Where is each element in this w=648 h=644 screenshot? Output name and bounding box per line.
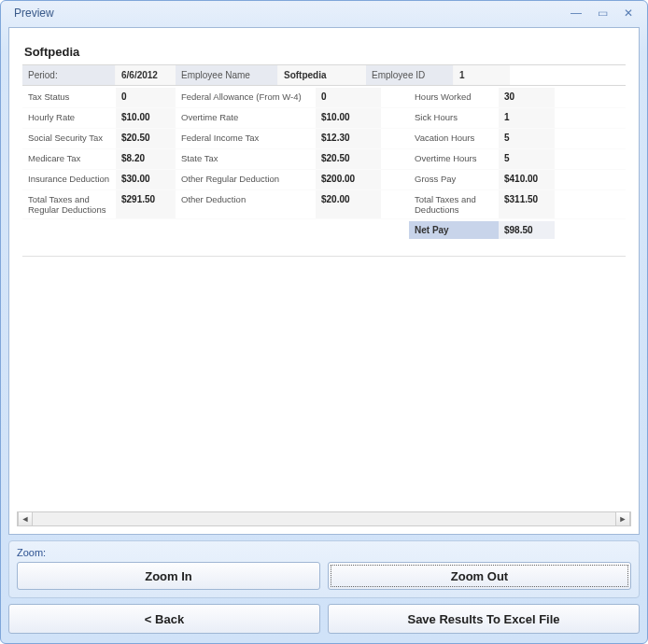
document-viewport[interactable]: Softpedia Period: 6/6/2012 Employee Name… xyxy=(17,35,631,510)
back-button[interactable]: < Back xyxy=(8,604,320,634)
zoom-group: Zoom: Zoom In Zoom Out xyxy=(8,540,640,598)
save-excel-button[interactable]: Save Results To Excel File xyxy=(328,604,640,634)
net-pay-row: Net Pay $98.50 xyxy=(22,221,626,239)
preview-window: Preview — ▭ ✕ Softpedia Period: 6/6/2012… xyxy=(0,0,648,644)
cell-value: $12.30 xyxy=(316,129,381,148)
scroll-left-icon[interactable]: ◄ xyxy=(18,512,33,525)
payroll-table: Tax Status0Federal Allowance (From W-4)0… xyxy=(22,88,626,219)
table-row: Insurance Deduction$30.00Other Regular D… xyxy=(22,170,626,190)
cell-value: 5 xyxy=(499,149,555,169)
cell-value: $20.00 xyxy=(316,190,381,218)
cell-label: Insurance Deduction xyxy=(22,170,116,189)
cell-value: $20.50 xyxy=(316,149,381,169)
cell-value: 30 xyxy=(499,88,555,107)
header-row: Period: 6/6/2012 Employee Name Softpedia… xyxy=(22,64,626,86)
employee-id-label: Employee ID xyxy=(366,65,454,85)
window-title: Preview xyxy=(14,7,561,20)
cell-label: Hourly Rate xyxy=(22,108,116,128)
cell-label: Total Taxes and Regular Deductions xyxy=(22,190,116,218)
cell-label: Social Security Tax xyxy=(22,129,116,148)
cell-label: Federal Income Tax xyxy=(176,129,316,148)
cell-value: $410.00 xyxy=(499,170,555,189)
cell-label: Medicare Tax xyxy=(22,149,116,169)
close-button[interactable]: ✕ xyxy=(617,6,640,21)
client-area: Softpedia Period: 6/6/2012 Employee Name… xyxy=(8,27,640,636)
net-pay-label: Net Pay xyxy=(409,221,499,239)
zoom-legend: Zoom: xyxy=(17,547,631,558)
employee-name-label: Employee Name xyxy=(176,65,278,85)
cell-label: Other Regular Deduction xyxy=(176,170,316,189)
horizontal-scrollbar[interactable]: ◄ ► xyxy=(17,511,631,526)
cell-value: 0 xyxy=(316,88,381,107)
zoom-in-button[interactable]: Zoom In xyxy=(17,562,320,590)
table-row: Total Taxes and Regular Deductions$291.5… xyxy=(22,190,626,219)
cell-value: $311.50 xyxy=(499,190,555,218)
minimize-button[interactable]: — xyxy=(565,6,587,21)
cell-value: $20.50 xyxy=(116,129,176,148)
table-row: Tax Status0Federal Allowance (From W-4)0… xyxy=(22,88,626,108)
period-value: 6/6/2012 xyxy=(116,65,176,85)
table-row: Social Security Tax$20.50Federal Income … xyxy=(22,129,626,149)
cell-value: 1 xyxy=(499,108,555,128)
titlebar: Preview — ▭ ✕ xyxy=(1,1,647,25)
cell-label: Tax Status xyxy=(22,88,116,107)
cell-value: $8.20 xyxy=(116,149,176,169)
cell-label: Overtime Hours xyxy=(409,149,499,169)
net-pay-value: $98.50 xyxy=(499,221,555,239)
divider xyxy=(22,256,626,257)
cell-label: Gross Pay xyxy=(409,170,499,189)
cell-label: Total Taxes and Deductions xyxy=(409,190,499,218)
cell-value: 0 xyxy=(116,88,176,107)
employee-name-value: Softpedia xyxy=(278,65,366,85)
footer-buttons: < Back Save Results To Excel File xyxy=(8,604,640,634)
cell-label: Other Deduction xyxy=(176,190,316,218)
cell-label: Federal Allowance (From W-4) xyxy=(176,88,316,107)
cell-value: $10.00 xyxy=(116,108,176,128)
cell-value: $291.50 xyxy=(116,190,176,218)
cell-label: Vacation Hours xyxy=(409,129,499,148)
period-label: Period: xyxy=(22,65,116,85)
table-row: Medicare Tax$8.20State Tax$20.50Overtime… xyxy=(22,149,626,170)
employee-id-value: 1 xyxy=(454,65,510,85)
company-name: Softpedia xyxy=(24,45,626,59)
zoom-out-button[interactable]: Zoom Out xyxy=(328,562,631,590)
cell-label: Hours Worked xyxy=(409,88,499,107)
cell-value: 5 xyxy=(499,129,555,148)
preview-panel: Softpedia Period: 6/6/2012 Employee Name… xyxy=(8,27,640,535)
cell-value: $200.00 xyxy=(316,170,381,189)
cell-label: Sick Hours xyxy=(409,108,499,128)
maximize-button[interactable]: ▭ xyxy=(591,6,613,21)
cell-label: Overtime Rate xyxy=(176,108,316,128)
cell-value: $10.00 xyxy=(316,108,381,128)
scroll-right-icon[interactable]: ► xyxy=(615,512,630,525)
table-row: Hourly Rate$10.00Overtime Rate$10.00Sick… xyxy=(22,108,626,129)
cell-label: State Tax xyxy=(176,149,316,169)
cell-value: $30.00 xyxy=(116,170,176,189)
